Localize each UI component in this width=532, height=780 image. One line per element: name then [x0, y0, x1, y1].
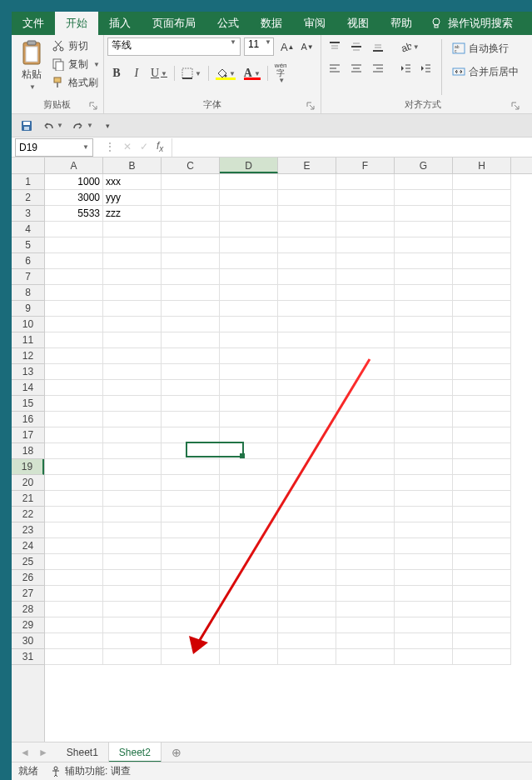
cell[interactable] [395, 459, 453, 475]
cell[interactable] [220, 380, 278, 396]
cell[interactable] [45, 269, 103, 285]
cell[interactable] [336, 206, 395, 222]
cell[interactable] [278, 522, 336, 538]
cut-button[interactable]: 剪切 [52, 38, 100, 54]
cell[interactable] [395, 285, 453, 301]
align-left-button[interactable] [325, 59, 345, 78]
cell[interactable] [103, 428, 162, 443]
cell[interactable] [162, 412, 220, 428]
cell[interactable] [278, 253, 336, 269]
cell[interactable] [45, 332, 103, 348]
cell[interactable] [220, 269, 278, 285]
cell[interactable] [220, 602, 278, 618]
cell[interactable] [278, 380, 336, 396]
cell[interactable] [162, 332, 220, 348]
clipboard-launcher[interactable] [88, 101, 98, 111]
cell[interactable] [395, 570, 453, 586]
cell[interactable] [103, 348, 162, 364]
cell[interactable] [336, 190, 395, 206]
cell[interactable] [278, 396, 336, 412]
cell[interactable] [45, 570, 103, 586]
cell[interactable] [103, 649, 162, 665]
row-header[interactable]: 28 [12, 602, 44, 618]
cell[interactable] [45, 507, 103, 522]
cell[interactable] [395, 174, 453, 190]
cell[interactable] [162, 554, 220, 570]
cell[interactable] [278, 649, 336, 665]
cell[interactable] [336, 238, 395, 253]
cell[interactable] [453, 570, 511, 586]
cell[interactable] [278, 538, 336, 554]
cell[interactable] [395, 586, 453, 602]
cell[interactable] [162, 570, 220, 586]
cell[interactable] [395, 206, 453, 222]
cell[interactable] [103, 285, 162, 301]
confirm-edit-button[interactable]: ✓ [140, 141, 148, 152]
cell[interactable]: zzz [103, 206, 162, 222]
cell[interactable] [103, 443, 162, 459]
cell[interactable] [336, 649, 395, 665]
borders-button[interactable]: ▼ [178, 64, 205, 82]
column-header[interactable]: F [336, 158, 395, 173]
align-right-button[interactable] [368, 59, 388, 78]
row-header[interactable]: 30 [12, 633, 44, 649]
cancel-edit-button[interactable]: ✕ [123, 141, 132, 152]
cell[interactable] [45, 475, 103, 491]
copy-button[interactable]: 复制▼ [52, 56, 100, 72]
insert-function-button[interactable]: fx [157, 140, 163, 153]
cell[interactable] [162, 380, 220, 396]
cell[interactable] [278, 428, 336, 443]
cell[interactable] [45, 301, 103, 317]
shrink-font-button[interactable]: A▼ [298, 38, 317, 56]
cell[interactable] [278, 570, 336, 586]
redo-button[interactable]: ▼ [68, 117, 97, 135]
row-header[interactable]: 23 [12, 522, 44, 538]
cell[interactable] [103, 507, 162, 522]
row-header[interactable]: 16 [12, 412, 44, 428]
cell[interactable] [395, 238, 453, 253]
row-header[interactable]: 15 [12, 396, 44, 412]
tab-help[interactable]: 帮助 [380, 12, 423, 35]
row-header[interactable]: 10 [12, 317, 44, 332]
cell[interactable] [336, 459, 395, 475]
cell[interactable] [45, 317, 103, 332]
cell[interactable] [162, 538, 220, 554]
cell[interactable] [453, 633, 511, 649]
column-header[interactable]: G [395, 158, 453, 173]
column-header[interactable]: D [220, 158, 278, 173]
align-center-button[interactable] [346, 59, 366, 78]
qat-customize[interactable]: ▾ [98, 117, 117, 135]
cell[interactable] [336, 222, 395, 238]
cell[interactable] [162, 443, 220, 459]
cell[interactable] [220, 538, 278, 554]
sheet-nav-prev[interactable]: ◄ [17, 747, 33, 758]
cell[interactable] [278, 222, 336, 238]
cell[interactable] [162, 174, 220, 190]
cell[interactable] [162, 522, 220, 538]
cell[interactable] [395, 602, 453, 618]
tell-me-search[interactable]: 操作说明搜索 [423, 16, 520, 31]
cell[interactable] [162, 317, 220, 332]
cell[interactable] [278, 285, 336, 301]
cell[interactable] [45, 618, 103, 633]
row-header[interactable]: 31 [12, 649, 44, 665]
cell[interactable] [278, 491, 336, 507]
tab-data[interactable]: 数据 [250, 12, 293, 35]
cell[interactable] [45, 253, 103, 269]
sheet-tab-1[interactable]: Sheet1 [57, 742, 109, 762]
row-header[interactable]: 29 [12, 618, 44, 633]
cell[interactable] [395, 364, 453, 380]
cell[interactable] [103, 570, 162, 586]
cell[interactable] [278, 443, 336, 459]
cell[interactable] [103, 491, 162, 507]
cell[interactable] [395, 190, 453, 206]
add-sheet-button[interactable]: ⊕ [162, 746, 191, 759]
cell[interactable] [336, 428, 395, 443]
cell[interactable]: 5533 [45, 206, 103, 222]
row-header[interactable]: 24 [12, 538, 44, 554]
row-header[interactable]: 18 [12, 443, 44, 459]
cell[interactable] [45, 396, 103, 412]
cell[interactable] [45, 538, 103, 554]
cell[interactable] [162, 602, 220, 618]
cell[interactable] [220, 206, 278, 222]
